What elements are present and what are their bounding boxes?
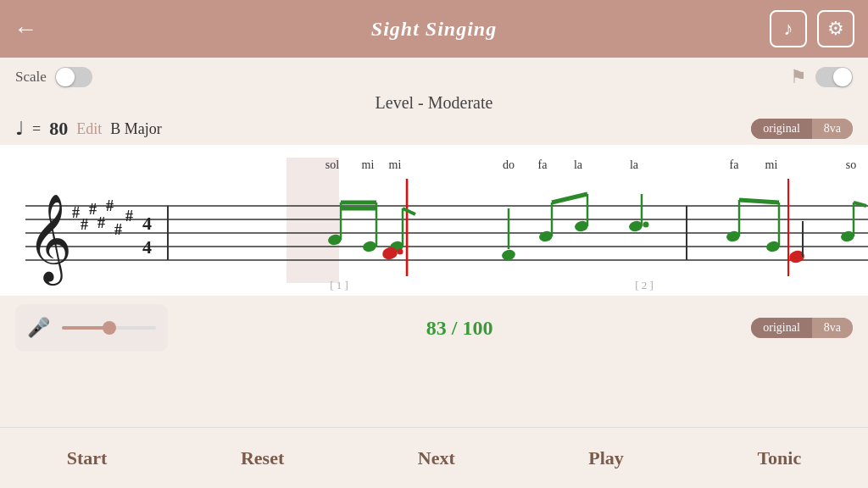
svg-text:mi: mi	[765, 158, 778, 171]
svg-text:do: do	[503, 158, 515, 171]
flag-toggle[interactable]	[815, 67, 853, 87]
svg-text:#: #	[81, 216, 88, 233]
svg-text:#: #	[89, 201, 97, 218]
microphone-icon: 🎤	[27, 317, 50, 339]
level-row: Level - Moderate	[0, 92, 868, 116]
svg-text:mi: mi	[362, 158, 375, 171]
svg-text:fa: fa	[730, 158, 740, 171]
svg-text:so: so	[846, 158, 856, 171]
svg-text:sol: sol	[326, 158, 339, 171]
score-row: 🎤 83 / 100 original 8va	[0, 299, 868, 357]
svg-text:[ 2 ]: [ 2 ]	[635, 279, 654, 291]
back-button[interactable]: ←	[14, 15, 37, 42]
level-text: Level - Moderate	[376, 93, 493, 112]
original-button-bottom[interactable]: original	[751, 318, 812, 338]
svg-text:mi: mi	[389, 158, 402, 171]
svg-point-30	[362, 240, 378, 253]
bpm-value: 80	[49, 118, 68, 140]
music-note-icon: ♪	[784, 18, 793, 40]
svg-line-54	[739, 200, 779, 202]
svg-text:[ 1 ]: [ 1 ]	[330, 279, 348, 291]
svg-text:#: #	[125, 208, 133, 225]
original-8va-toggle: original 8va	[751, 119, 853, 139]
score-display: 83 / 100	[168, 317, 751, 340]
header-icons: ♪ ⚙	[770, 10, 854, 47]
app-title: Sight Singing	[371, 18, 497, 41]
svg-text:#: #	[97, 214, 105, 231]
next-button[interactable]: Next	[401, 441, 472, 476]
bpm-key: B Major	[110, 120, 162, 138]
scale-toggle[interactable]	[55, 67, 92, 87]
svg-point-48	[643, 222, 649, 228]
8va-button[interactable]: 8va	[812, 119, 853, 139]
flag-toggle-knob	[833, 68, 852, 86]
original-8va-toggle-bottom: original 8va	[751, 318, 853, 338]
start-button[interactable]: Start	[50, 441, 125, 476]
svg-point-38	[398, 249, 403, 255]
svg-line-36	[403, 208, 415, 214]
mic-area: 🎤	[15, 304, 168, 352]
header: ← Sight Singing ♪ ⚙	[0, 0, 868, 58]
flag-icon: ⚑	[790, 66, 807, 88]
volume-slider[interactable]	[62, 326, 156, 330]
svg-text:𝄞: 𝄞	[27, 195, 72, 286]
music-staff-svg: 𝄞 # # # # # # # 4 4 sol mi mi do fa la l…	[0, 145, 868, 296]
svg-text:#: #	[114, 221, 122, 238]
bpm-row: ♩ = 80 Edit B Major original 8va	[0, 116, 868, 141]
svg-text:4: 4	[142, 236, 152, 258]
svg-line-45	[552, 194, 587, 202]
original-button[interactable]: original	[751, 119, 812, 139]
svg-text:la: la	[630, 158, 639, 171]
volume-fill	[62, 326, 104, 330]
reset-button[interactable]: Reset	[224, 441, 301, 476]
play-button[interactable]: Play	[571, 441, 641, 476]
staff-area: 𝄞 # # # # # # # 4 4 sol mi mi do fa la l…	[0, 145, 868, 296]
scale-row: Scale ⚑	[0, 58, 868, 92]
bottom-nav: Start Reset Next Play Tonic	[0, 427, 868, 488]
gear-icon: ⚙	[827, 18, 844, 40]
8va-button-bottom[interactable]: 8va	[812, 318, 853, 338]
svg-text:4: 4	[142, 213, 152, 234]
svg-text:la: la	[574, 158, 583, 171]
tonic-button[interactable]: Tonic	[740, 441, 818, 476]
svg-rect-0	[287, 158, 339, 283]
bpm-note-symbol: ♩	[15, 118, 24, 140]
bpm-equals: =	[32, 120, 41, 138]
toggle-knob	[56, 68, 75, 86]
svg-text:fa: fa	[538, 158, 548, 171]
svg-text:#: #	[106, 197, 114, 214]
bpm-edit-button[interactable]: Edit	[76, 120, 102, 138]
volume-knob	[103, 321, 116, 335]
music-icon-button[interactable]: ♪	[770, 10, 807, 47]
settings-button[interactable]: ⚙	[817, 10, 854, 47]
score-value: 83 / 100	[426, 317, 493, 339]
scale-label: Scale	[15, 69, 47, 86]
svg-text:#: #	[72, 204, 80, 221]
